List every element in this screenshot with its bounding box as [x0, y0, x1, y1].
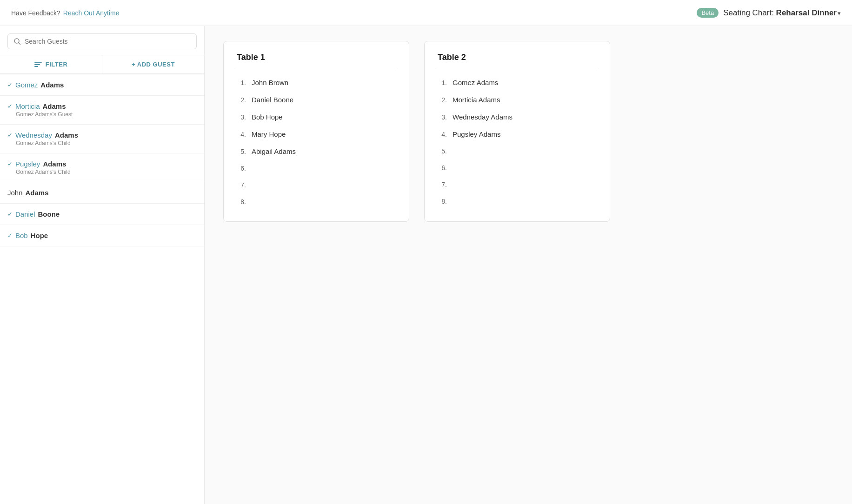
table-title: Table 2 — [438, 53, 597, 62]
guest-last-name: Boone — [38, 210, 60, 218]
seat-guest-name: Gomez Adams — [453, 79, 498, 86]
table-row: 8. — [237, 193, 396, 210]
check-icon: ✓ — [7, 81, 13, 88]
seat-guest-name: John Brown — [252, 79, 288, 86]
list-item[interactable]: ✓Bob Hope — [0, 225, 204, 246]
guest-name: ✓Wednesday Adams — [7, 131, 197, 139]
guest-name: ✓Daniel Boone — [7, 210, 197, 218]
guest-last-name: Adams — [55, 131, 78, 139]
guest-name: ✓Pugsley Adams — [7, 160, 197, 168]
search-input-wrap[interactable] — [7, 33, 197, 49]
table-card: Table 11.John Brown2.Daniel Boone3.Bob H… — [223, 41, 409, 222]
table-row: 7. — [237, 177, 396, 193]
list-item[interactable]: ✓Gomez Adams — [0, 74, 204, 96]
guest-first-name: Bob — [15, 232, 28, 239]
header: Have Feedback? Reach Out Anytime Beta Se… — [0, 0, 852, 26]
guest-first-name: Pugsley — [15, 160, 40, 168]
table-title: Table 1 — [237, 53, 396, 62]
guest-first-name: John — [7, 189, 23, 197]
table-row: 5. — [438, 143, 597, 159]
dropdown-arrow-icon[interactable]: ▾ — [838, 10, 841, 17]
tables-grid: Table 11.John Brown2.Daniel Boone3.Bob H… — [223, 41, 833, 222]
main-layout: FILTER + ADD GUEST ✓Gomez Adams✓Morticia… — [0, 26, 852, 504]
table-row: 1.Gomez Adams — [438, 74, 597, 91]
list-item[interactable]: ✓Pugsley AdamsGomez Adams's Child — [0, 153, 204, 182]
toolbar: FILTER + ADD GUEST — [0, 55, 204, 74]
seat-number: 6. — [438, 164, 447, 172]
guest-subtitle: Gomez Adams's Guest — [7, 111, 197, 118]
seat-number: 7. — [237, 181, 246, 189]
header-title-area: Beta Seating Chart: Reharsal Dinner▾ — [697, 8, 841, 18]
list-item[interactable]: ✓Morticia AdamsGomez Adams's Guest — [0, 96, 204, 125]
guest-first-name: Wednesday — [15, 131, 52, 139]
seat-number: 2. — [438, 96, 447, 104]
guest-last-name: Hope — [31, 232, 48, 239]
table-row: 1.John Brown — [237, 74, 396, 91]
table-row: 8. — [438, 193, 597, 210]
seat-number: 3. — [237, 113, 246, 121]
filter-line-1 — [34, 62, 42, 63]
seat-number: 4. — [237, 131, 246, 138]
seat-guest-name: Mary Hope — [252, 130, 286, 138]
guest-name: John Adams — [7, 189, 197, 197]
table-row: 4.Mary Hope — [237, 126, 396, 143]
seat-number: 2. — [237, 96, 246, 104]
table-card: Table 21.Gomez Adams2.Morticia Adams3.We… — [424, 41, 610, 222]
guest-list: ✓Gomez Adams✓Morticia AdamsGomez Adams's… — [0, 74, 204, 504]
seat-guest-name: Abigail Adams — [252, 147, 296, 155]
search-bar — [0, 26, 204, 55]
add-guest-button[interactable]: + ADD GUEST — [102, 55, 204, 73]
check-icon: ✓ — [7, 211, 13, 218]
guest-first-name: Gomez — [15, 81, 38, 89]
seat-guest-name: Morticia Adams — [453, 96, 500, 104]
table-row: 5.Abigail Adams — [237, 143, 396, 160]
main-content: Table 11.John Brown2.Daniel Boone3.Bob H… — [205, 26, 852, 504]
guest-last-name: Adams — [43, 102, 66, 110]
guest-subtitle: Gomez Adams's Child — [7, 140, 197, 146]
filter-line-2 — [34, 64, 40, 65]
table-row: 2.Morticia Adams — [438, 91, 597, 108]
beta-badge: Beta — [697, 8, 719, 18]
search-icon — [13, 38, 21, 45]
seat-number: 8. — [237, 198, 246, 206]
check-icon: ✓ — [7, 160, 13, 167]
table-row: 6. — [237, 160, 396, 177]
table-row: 7. — [438, 176, 597, 193]
seat-number: 5. — [237, 148, 246, 155]
guest-name: ✓Morticia Adams — [7, 102, 197, 110]
guest-last-name: Adams — [26, 189, 49, 197]
check-icon: ✓ — [7, 103, 13, 110]
seat-number: 7. — [438, 181, 447, 188]
guest-name: ✓Gomez Adams — [7, 81, 197, 89]
seat-guest-name: Bob Hope — [252, 113, 283, 121]
table-divider — [438, 70, 597, 70]
list-item[interactable]: ✓Wednesday AdamsGomez Adams's Child — [0, 125, 204, 153]
table-row: 6. — [438, 159, 597, 176]
guest-subtitle: Gomez Adams's Child — [7, 169, 197, 175]
filter-icon — [34, 62, 42, 67]
check-icon: ✓ — [7, 132, 13, 139]
list-item[interactable]: ✓Daniel Boone — [0, 204, 204, 225]
guest-name: ✓Bob Hope — [7, 232, 197, 239]
guest-last-name: Adams — [40, 81, 64, 89]
feedback-text: Have Feedback? — [11, 9, 60, 17]
guest-last-name: Adams — [43, 160, 66, 168]
list-item[interactable]: John Adams — [0, 182, 204, 204]
table-row: 3.Wednesday Adams — [438, 108, 597, 126]
filter-button[interactable]: FILTER — [0, 55, 102, 73]
seat-guest-name: Pugsley Adams — [453, 130, 500, 138]
add-guest-label: + ADD GUEST — [132, 61, 175, 68]
seat-guest-name: Wednesday Adams — [453, 113, 513, 121]
svg-line-1 — [19, 43, 20, 45]
search-input[interactable] — [25, 38, 191, 45]
seat-number: 6. — [237, 165, 246, 172]
reach-out-link[interactable]: Reach Out Anytime — [63, 9, 120, 17]
seating-chart-prefix: Seating Chart: — [723, 8, 776, 17]
sidebar: FILTER + ADD GUEST ✓Gomez Adams✓Morticia… — [0, 26, 205, 504]
guest-first-name: Morticia — [15, 102, 40, 110]
filter-label: FILTER — [46, 61, 68, 68]
seat-number: 8. — [438, 198, 447, 205]
table-row: 2.Daniel Boone — [237, 91, 396, 108]
header-feedback: Have Feedback? Reach Out Anytime — [11, 9, 119, 17]
table-divider — [237, 70, 396, 70]
